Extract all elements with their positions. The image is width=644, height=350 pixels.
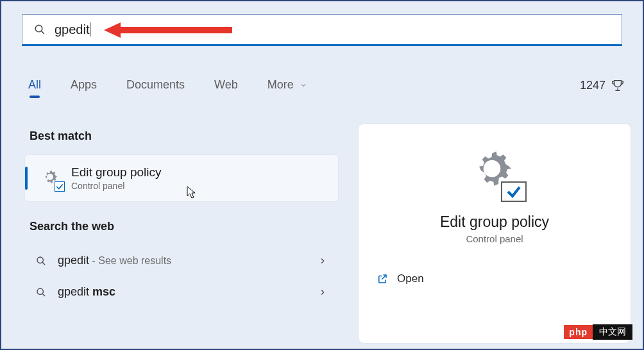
chevron-down-icon — [300, 81, 307, 89]
trophy-icon — [611, 78, 625, 92]
svg-point-4 — [37, 257, 43, 263]
web-result-extra: - See web results — [89, 255, 171, 266]
search-icon — [36, 287, 46, 297]
result-subtitle: Control panel — [71, 181, 161, 191]
preview-subtitle: Control panel — [466, 233, 523, 244]
rewards-indicator[interactable]: 1247 — [580, 78, 625, 92]
filter-tabs: All Apps Documents Web More — [28, 78, 616, 98]
open-action[interactable]: Open — [374, 267, 427, 290]
web-result-text: gpedit - See web results — [58, 254, 318, 267]
search-web-heading: Search the web — [30, 220, 339, 233]
check-badge-icon — [55, 181, 65, 192]
svg-line-7 — [42, 294, 45, 296]
watermark-right: 中文网 — [593, 324, 632, 340]
web-result-prefix: gpedit — [58, 254, 89, 267]
result-app-icon — [40, 167, 62, 189]
svg-point-6 — [37, 288, 43, 294]
rewards-points: 1247 — [580, 79, 606, 92]
search-bar[interactable]: gpedit — [22, 14, 622, 46]
tab-all[interactable]: All — [28, 78, 41, 98]
svg-line-5 — [42, 262, 45, 265]
result-title: Edit group policy — [71, 165, 161, 179]
tab-apps[interactable]: Apps — [71, 78, 97, 98]
tab-more-label: More — [267, 78, 294, 91]
preview-pane: Edit group policy Control panel Open — [358, 123, 631, 344]
web-result-0[interactable]: gpedit - See web results — [24, 245, 339, 276]
chevron-right-icon — [318, 256, 327, 265]
preview-title: Edit group policy — [440, 213, 549, 231]
check-badge-icon — [501, 181, 527, 202]
open-external-icon — [377, 273, 388, 285]
cursor-icon — [187, 186, 197, 199]
tab-documents[interactable]: Documents — [126, 78, 185, 98]
search-icon — [36, 256, 46, 266]
watermark: php 中文网 — [564, 324, 632, 340]
results-column: Best match Edit group policy Control pan… — [24, 129, 339, 308]
preview-app-icon — [466, 143, 523, 199]
web-result-prefix: gpedit — [58, 285, 92, 298]
web-result-1[interactable]: gpedit msc — [24, 276, 339, 308]
web-result-bold: msc — [92, 285, 115, 298]
tab-more[interactable]: More — [267, 78, 307, 98]
result-text-block: Edit group policy Control panel — [71, 165, 161, 191]
watermark-left: php — [564, 325, 593, 339]
open-label: Open — [397, 272, 424, 285]
best-match-result[interactable]: Edit group policy Control panel — [24, 154, 339, 202]
best-match-heading: Best match — [30, 129, 339, 143]
tab-web[interactable]: Web — [214, 78, 238, 98]
web-result-text: gpedit msc — [58, 285, 318, 299]
chevron-right-icon — [318, 288, 327, 297]
